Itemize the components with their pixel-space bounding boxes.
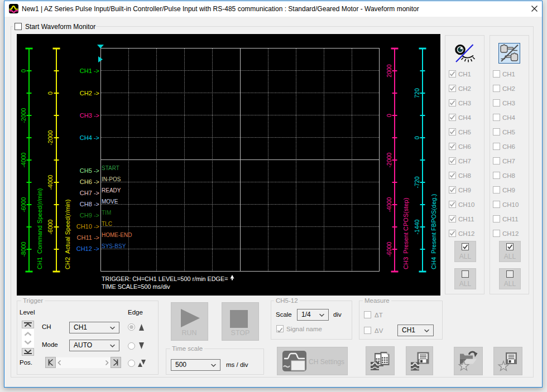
svg-text:-720: -720 (414, 176, 420, 188)
svg-text:720: 720 (414, 88, 420, 98)
svg-text:-2000: -2000 (47, 130, 54, 145)
svg-text:CH7 ->: CH7 -> (80, 190, 99, 196)
svg-text:START: START (102, 165, 119, 171)
svg-text:IN-POS: IN-POS (102, 176, 121, 182)
svg-text:CH4 ->: CH4 -> (80, 134, 99, 141)
svg-text:CH Settings: CH Settings (309, 358, 344, 366)
svg-text:ALL: ALL (459, 253, 472, 260)
svg-text:CH9 ->: CH9 -> (80, 212, 99, 219)
svg-text:CH8 ->: CH8 -> (80, 201, 99, 207)
svg-text:-4000: -4000 (386, 197, 392, 212)
svg-text:SYS-BSY: SYS-BSY (102, 243, 126, 249)
svg-text:CH11 ->: CH11 -> (77, 234, 99, 241)
svg-text:CH2 ->: CH2 -> (80, 90, 99, 96)
svg-text:-6000: -6000 (20, 197, 27, 212)
svg-text:CH3 ->: CH3 -> (80, 112, 99, 119)
svg-text:CH2 Actual Speed(r/min): CH2 Actual Speed(r/min) (64, 200, 71, 269)
svg-text:CH3 Present CPOS(step): CH3 Present CPOS(step) (402, 198, 409, 269)
svg-text:TIME SCALE=500 ms/div: TIME SCALE=500 ms/div (102, 283, 170, 290)
svg-text:ALL: ALL (504, 253, 516, 260)
svg-text:0: 0 (47, 91, 54, 95)
svg-text:TRIGGER: CH=CH1 LEVEL=500 r/mi: TRIGGER: CH=CH1 LEVEL=500 r/min EDGE= (102, 275, 228, 282)
svg-text:-8000: -8000 (20, 241, 27, 257)
svg-text:CH10 ->: CH10 -> (76, 223, 99, 230)
svg-text:-2000: -2000 (20, 108, 27, 123)
svg-text:TLC: TLC (102, 221, 112, 227)
svg-text:-1440: -1440 (414, 219, 420, 234)
svg-text:CH6 ->: CH6 -> (80, 178, 99, 185)
svg-text:TIM: TIM (102, 210, 111, 216)
svg-text:-4000: -4000 (20, 152, 27, 167)
svg-text:ALL: ALL (504, 280, 516, 288)
svg-text:CH5 ->: CH5 -> (80, 167, 99, 174)
svg-text:READY: READY (102, 187, 121, 193)
svg-text:-4000: -4000 (47, 175, 54, 190)
svg-text:MOVE: MOVE (102, 199, 118, 205)
svg-text:CH1 Command Speed(r/min): CH1 Command Speed(r/min) (36, 188, 43, 270)
svg-text:-2000: -2000 (386, 152, 392, 167)
svg-text:-6000: -6000 (386, 241, 392, 257)
svg-text:CH4 Present FBPOS(deg.): CH4 Present FBPOS(deg.) (430, 194, 437, 269)
svg-text:-6000: -6000 (47, 219, 54, 234)
svg-text:0: 0 (20, 69, 27, 72)
svg-text:ALL: ALL (459, 280, 472, 288)
svg-text:HOME-END: HOME-END (102, 232, 132, 238)
svg-text:STOP: STOP (231, 329, 250, 337)
svg-text:RUN: RUN (181, 329, 196, 337)
svg-text:0: 0 (386, 114, 392, 117)
svg-text:0: 0 (414, 136, 420, 139)
svg-text:CH1 ->: CH1 -> (80, 67, 99, 74)
svg-text:CH12 ->: CH12 -> (76, 245, 99, 252)
svg-text:2000: 2000 (386, 64, 392, 78)
